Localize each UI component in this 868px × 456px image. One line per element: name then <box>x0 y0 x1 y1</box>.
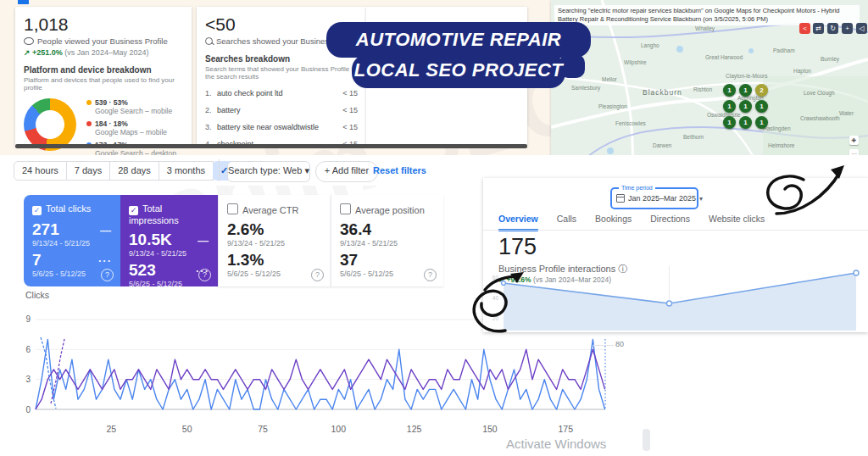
map-place-label: Whalley <box>695 25 715 31</box>
map-place-label: Helmshore <box>768 142 794 148</box>
metric-value-1: 10.5K <box>129 231 172 249</box>
refresh-button[interactable]: ↻ <box>827 23 838 34</box>
metric-value-1: 271 <box>32 220 59 239</box>
interactions-panel: Time period Jan 2025–Mar 2025 ▾ Overview… <box>483 178 868 332</box>
rank-pin[interactable]: 1 <box>755 116 768 129</box>
svg-text:20: 20 <box>492 315 499 321</box>
range-7-days[interactable]: 7 days <box>67 161 110 181</box>
data-point-marker <box>667 301 672 306</box>
data-point-marker <box>854 270 859 275</box>
term-text: battery site near oswaldtwistle <box>217 123 319 131</box>
right-axis-label: 80 <box>615 340 624 348</box>
views-delta-period: (vs Jan 2024–May 2024) <box>64 48 148 57</box>
back-button[interactable]: < <box>799 23 810 34</box>
platform-donut-chart <box>24 98 76 151</box>
my-location-icon[interactable]: ✚ <box>849 136 859 145</box>
tab-directions[interactable]: Directions <box>650 214 690 231</box>
metric-value-2: 523 <box>129 261 156 280</box>
checkbox-checked-icon[interactable]: ✓ <box>129 206 138 215</box>
series-line-0 <box>36 340 605 410</box>
zoom-button[interactable]: + <box>842 23 853 34</box>
calendar-icon <box>616 194 625 203</box>
rank-pin[interactable]: 1 <box>755 100 768 113</box>
solid-line-icon: — <box>100 224 112 236</box>
scrollbar-fragment[interactable] <box>643 429 650 451</box>
views-value: 1,018 <box>24 14 183 35</box>
metric-label: Average CTR <box>242 205 298 215</box>
map-place-label: Belthorn <box>683 134 704 140</box>
checkbox-unchecked-icon[interactable] <box>340 203 351 214</box>
metric-date-2: 5/6/25 - 5/12/25 <box>129 280 209 288</box>
map-place-label: Water <box>839 110 854 116</box>
map-label-blackburn: Blackburn <box>643 88 682 97</box>
views-caption: People viewed your Business Profile <box>37 36 168 46</box>
svg-text:50: 50 <box>182 424 192 434</box>
rank-pin[interactable]: 1 <box>723 116 736 129</box>
chevron-down-icon: ▾ <box>699 195 703 203</box>
tab-website-clicks[interactable]: Website clicks <box>709 214 765 231</box>
svg-text:100: 100 <box>331 424 347 434</box>
trend-up-icon: ↗ <box>24 48 31 57</box>
share-button[interactable]: ◁ <box>856 23 867 34</box>
average-ctr-card[interactable]: Average CTR 2.6% 9/13/24 - 5/21/25 1.3% … <box>218 195 331 286</box>
rank-pin[interactable]: 1 <box>723 84 736 97</box>
term-count: < 15 <box>342 106 358 114</box>
rank-pin[interactable]: 1 <box>723 100 736 113</box>
map-place-label: Samlesbury <box>571 85 600 91</box>
swap-button[interactable]: ⇄ <box>813 23 824 34</box>
rank-pin-yellow[interactable]: 2 <box>755 84 768 97</box>
range-28-days[interactable]: 28 days <box>110 161 159 181</box>
search-type-dropdown[interactable]: Search type: Web ▾ <box>227 161 310 182</box>
metric-date-1: 9/13/24 - 5/21/25 <box>32 239 112 247</box>
map-place-label: Mellor <box>602 76 617 82</box>
metric-value-2: 37 <box>340 251 358 270</box>
info-icon[interactable]: ⓘ <box>618 264 627 274</box>
help-icon[interactable]: ? <box>424 269 437 281</box>
tab-bookings[interactable]: Bookings <box>595 214 632 231</box>
search-term-row[interactable]: 2. battery < 15 <box>205 106 358 114</box>
map-place-label: Love Clough <box>804 90 835 96</box>
help-icon[interactable]: ? <box>198 269 211 281</box>
metric-date-2: 5/6/25 - 5/12/25 <box>32 270 112 278</box>
search-term-row[interactable]: 3. battery site near oswaldtwistle < 15 <box>205 123 358 131</box>
tab-overview[interactable]: Overview <box>498 214 538 231</box>
term-text: battery <box>217 106 241 114</box>
total-clicks-card[interactable]: ✓Total clicks 271— 9/13/24 - 5/21/25 7··… <box>24 195 120 286</box>
right-axis-gridline <box>593 345 614 346</box>
svg-text:175: 175 <box>559 424 574 434</box>
map-place-label: Langho <box>641 42 659 48</box>
map-place-label: Great Harwood <box>705 54 743 60</box>
checkbox-unchecked-icon[interactable] <box>227 203 238 214</box>
collage-canvas: Ibrahim SEO 0369255075100125150175 Click… <box>0 0 868 456</box>
views-delta: +251.0% <box>32 48 63 57</box>
metric-value-2: 1.3% <box>227 251 264 270</box>
tab-calls[interactable]: Calls <box>557 214 576 231</box>
map-place-label: Feniscowles <box>615 120 646 126</box>
legend-item: 184 · 18% Google Maps – mobile <box>86 120 176 136</box>
legend-label: Google Search – mobile <box>95 107 176 115</box>
rank-pin[interactable]: 1 <box>739 116 752 129</box>
interactions-value: 175 <box>498 234 537 260</box>
svg-text:0: 0 <box>25 405 31 414</box>
clicks-axis-title: Clicks <box>25 290 49 300</box>
map-place-label: Rishton <box>693 86 712 92</box>
time-period-dropdown[interactable]: Time period Jan 2025–Mar 2025 ▾ <box>610 187 698 209</box>
window-scrollbar[interactable] <box>15 144 527 148</box>
range-3-months[interactable]: 3 months <box>159 161 214 181</box>
map-panel[interactable]: Searching "electric motor repair service… <box>551 0 868 175</box>
map-place-label: Clayton-le-Moors <box>726 73 768 79</box>
search-term-row[interactable]: 1. auto check point ltd < 15 <box>205 89 358 97</box>
rank-pin[interactable]: 1 <box>739 84 752 97</box>
add-filter-button[interactable]: + Add filter <box>315 161 378 182</box>
help-icon[interactable]: ? <box>311 269 324 281</box>
average-position-card[interactable]: Average position 36.4 9/13/24 - 5/21/25 … <box>331 195 443 286</box>
interactions-delta-period: (vs Jan 2024–Mar 2024) <box>533 275 611 284</box>
svg-text:6: 6 <box>25 345 31 354</box>
range-24-hours[interactable]: 24 hours <box>14 161 67 181</box>
reset-filters-link[interactable]: Reset filters <box>373 161 426 181</box>
legend-item: 539 · 53% Google Search – mobile <box>86 98 176 115</box>
checkbox-checked-icon[interactable]: ✓ <box>32 206 42 215</box>
rank-pin[interactable]: 1 <box>739 100 752 113</box>
help-icon[interactable]: ? <box>101 269 114 281</box>
total-impressions-card[interactable]: ✓Total impressions 10.5K— 9/13/24 - 5/21… <box>120 195 218 286</box>
